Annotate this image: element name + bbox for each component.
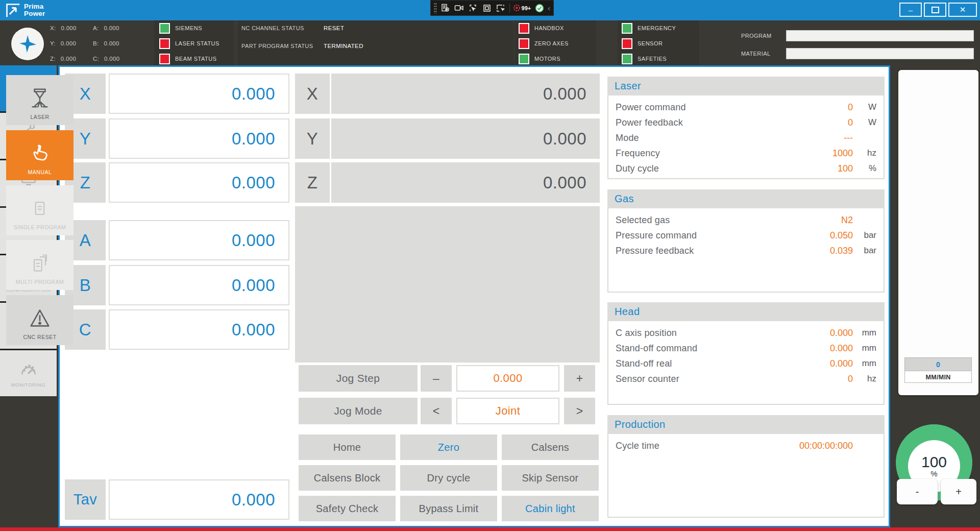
material-input[interactable]	[786, 48, 974, 59]
row-label: Stand-off command	[616, 343, 792, 354]
task-list-icon[interactable]	[440, 3, 451, 13]
jog-step-label: Jog Step	[299, 365, 418, 392]
axis-row-tav: Tav 0.000	[65, 479, 289, 520]
row-unit: %	[853, 163, 876, 174]
axis-value: 0.000	[331, 162, 600, 203]
jog-mode-previous-button[interactable]: <	[421, 398, 452, 424]
axis-value: 0.000	[331, 118, 600, 159]
row-value: 0.000	[792, 343, 853, 354]
override-increase-button[interactable]: +	[941, 479, 976, 504]
axis-row-y-actual: Y 0.000	[295, 118, 600, 159]
jog-mode-next-button[interactable]: >	[564, 398, 595, 424]
head-section: Head C axis position0.000mm Stand-off co…	[607, 302, 885, 405]
override-decrease-button[interactable]: -	[897, 479, 938, 504]
row-value: 0	[792, 102, 853, 113]
documents-icon	[29, 252, 51, 275]
jog-step-value-field[interactable]: 0.000	[456, 365, 559, 392]
axis-readout-label: Z:	[50, 56, 56, 62]
row-unit: bar	[853, 230, 876, 240]
safety-check-button[interactable]: Safety Check	[299, 496, 396, 521]
led-group-machine: SIEMENS LASER STATUS BEAM STATUS	[159, 22, 219, 64]
jog-step-decrease-button[interactable]: –	[421, 365, 452, 392]
region-capture-icon[interactable]	[481, 3, 492, 13]
toolbar-divider	[509, 4, 510, 13]
warning-triangle-icon	[28, 306, 52, 330]
production-section-body: Cycle time00:00:00:000	[607, 434, 885, 518]
feed-rate-display: 0 MM/MIN	[904, 357, 972, 383]
calsens-block-button[interactable]: Calsens Block	[299, 465, 396, 491]
axis-label: X	[295, 74, 330, 114]
led-label: SENSOR	[638, 40, 663, 46]
status-led	[622, 54, 632, 64]
row-label: Duty cycle	[616, 163, 792, 174]
axis-row-a: A 0.000	[65, 220, 289, 260]
status-led	[519, 23, 529, 34]
laser-section-body: Power command0W Power feedback0W Mode---…	[607, 95, 885, 179]
head-section-body: C axis position0.000mm Stand-off command…	[607, 321, 885, 405]
row-value: 1000	[792, 148, 853, 159]
led-group-motion: HANDBOX ZERO AXES MOTORS	[519, 22, 569, 64]
calsens-button[interactable]: Calsens	[502, 435, 599, 460]
home-button[interactable]: Home	[299, 435, 396, 460]
snip-cursor-icon[interactable]	[495, 3, 506, 13]
jog-mode-value-field[interactable]: Joint	[456, 398, 559, 424]
row-label: Mode	[616, 133, 792, 143]
axis-readout-label: X:	[50, 25, 56, 31]
multi-program-button[interactable]: MULTI PROGRAM	[6, 240, 74, 290]
dry-cycle-button[interactable]: Dry cycle	[400, 465, 497, 491]
status-led	[519, 38, 529, 49]
axis-row-x-actual: X 0.000	[295, 74, 600, 114]
status-led	[622, 38, 632, 49]
cabin-light-button[interactable]: Cabin light	[502, 496, 599, 521]
collapse-chevron-icon[interactable]: ‹	[548, 4, 550, 12]
row-value: 100	[792, 163, 853, 174]
nc-channel-status-value: RESET	[324, 25, 344, 31]
skip-sensor-button[interactable]: Skip Sensor	[502, 465, 599, 491]
program-input[interactable]	[786, 30, 974, 41]
cnc-reset-button[interactable]: CNC RESET	[6, 295, 74, 345]
row-value: 0.050	[792, 230, 853, 241]
manual-mode-button[interactable]: MANUAL	[6, 130, 74, 180]
row-value: 0	[792, 374, 853, 384]
jog-step-increase-button[interactable]: +	[564, 365, 595, 392]
mode-button-label: CNC RESET	[23, 334, 56, 340]
status-check-icon[interactable]	[534, 3, 545, 13]
minimize-button[interactable]: –	[899, 3, 922, 17]
capture-toolbar: 99+ ‹	[430, 0, 554, 16]
row-unit: W	[853, 117, 876, 128]
row-label: Sensor counter	[616, 374, 792, 384]
row-label: Stand-off real	[616, 358, 792, 369]
bypass-limit-button[interactable]: Bypass Limit	[400, 496, 497, 521]
row-label: Cycle time	[616, 441, 766, 451]
maximize-button[interactable]	[924, 3, 946, 17]
axis-value: 0.000	[109, 309, 289, 350]
section-title: Head	[607, 302, 885, 321]
cursor-capture-icon[interactable]	[468, 3, 478, 13]
close-button[interactable]: ✕	[948, 3, 977, 17]
sidebar-item-label: MONITORING	[11, 382, 46, 388]
zero-button[interactable]: Zero	[400, 435, 497, 460]
axis-readout-label: B:	[93, 40, 99, 46]
override-value: 100	[921, 454, 947, 470]
row-value: 0	[792, 117, 853, 128]
machine-avatar	[11, 28, 44, 60]
status-led	[159, 23, 170, 34]
row-label: Pressure feedback	[616, 246, 792, 256]
axis-row-z-actual: Z 0.000	[295, 162, 600, 203]
sidebar-item-monitoring[interactable]: MONITORING	[0, 350, 57, 396]
mode-button-label: LASER	[31, 114, 50, 120]
axis-readout-label: C:	[93, 56, 99, 62]
production-section: Production Cycle time00:00:00:000	[607, 415, 885, 518]
row-label: Power feedback	[616, 117, 792, 128]
led-label: HANDBOX	[534, 25, 564, 31]
axis-row-b: B 0.000	[65, 265, 289, 305]
status-led	[159, 54, 170, 64]
video-camera-icon[interactable]	[454, 3, 464, 13]
drag-handle-icon[interactable]	[434, 3, 437, 14]
record-count-badge[interactable]: 99+	[513, 4, 531, 12]
axis-value: 0.000	[109, 118, 289, 159]
laser-mode-button[interactable]: LASER	[6, 75, 74, 125]
row-label: Power command	[616, 102, 792, 113]
axis-readout-value: 0.000	[104, 40, 119, 46]
single-program-button[interactable]: SINGLE PROGRAM	[6, 185, 74, 235]
